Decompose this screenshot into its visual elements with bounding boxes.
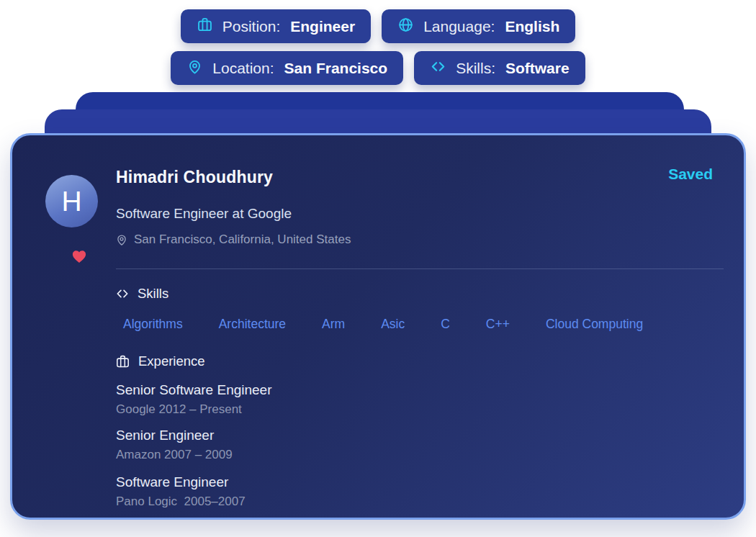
chip-label: Location: [212, 60, 274, 77]
filter-chip-language[interactable]: Language: English [382, 9, 575, 43]
chip-value: San Francisco [284, 60, 388, 77]
location-pin-icon [115, 233, 128, 246]
experience-section-header: Experience [115, 353, 205, 369]
skill-item[interactable]: Asic [381, 317, 405, 332]
chip-label: Position: [222, 18, 281, 35]
skills-list: Algorithms Architecture Arm Asic C C++ C… [123, 317, 643, 332]
briefcase-icon [197, 17, 213, 37]
experience-entry: Senior Software Engineer Google 2012 – P… [116, 382, 272, 416]
filter-chips: Position: Engineer Language: English [0, 9, 756, 85]
heart-icon[interactable] [70, 247, 89, 267]
chip-label: Skills: [456, 60, 495, 77]
profile-location: San Francisco, California, United States [134, 233, 351, 247]
code-icon [430, 58, 446, 78]
profile-card: Saved H Himadri Choudhury Software Engin… [10, 133, 746, 520]
experience-job-title: Senior Engineer [116, 427, 233, 443]
skill-item[interactable]: C [441, 317, 450, 332]
experience-job-meta: Amazon 2007 – 2009 [116, 448, 233, 461]
experience-job-meta: Pano Logic 2005–2007 [116, 495, 246, 508]
skills-section-header: Skills [115, 286, 168, 302]
chip-value: Engineer [290, 18, 355, 35]
skill-item[interactable]: Architecture [219, 317, 286, 332]
chip-value: Software [505, 60, 570, 77]
filter-chip-skills[interactable]: Skills: Software [414, 51, 585, 85]
experience-entry: Senior Engineer Amazon 2007 – 2009 [116, 427, 233, 461]
chip-row-2: Location: San Francisco Skills: Software [171, 51, 585, 85]
profile-location-row: San Francisco, California, United States [115, 233, 351, 247]
profile-headline: Software Engineer at Google [116, 206, 292, 222]
globe-icon [397, 17, 414, 37]
skill-item[interactable]: Cloud Computing [546, 317, 643, 332]
avatar-initial: H [61, 186, 81, 217]
experience-title: Experience [138, 353, 205, 369]
skill-item[interactable]: Arm [322, 317, 345, 332]
experience-job-meta: Google 2012 – Present [116, 403, 272, 416]
briefcase-icon [115, 354, 130, 369]
chip-row-1: Position: Engineer Language: English [181, 9, 576, 43]
skills-title: Skills [138, 286, 168, 302]
chip-value: English [505, 18, 559, 35]
filter-chip-position[interactable]: Position: Engineer [181, 9, 371, 43]
avatar: H [45, 175, 98, 227]
experience-entry: Software Engineer Pano Logic 2005–2007 [116, 474, 246, 508]
skill-item[interactable]: C++ [486, 317, 510, 332]
skill-item[interactable]: Algorithms [123, 317, 183, 332]
chip-label: Language: [423, 18, 495, 35]
experience-job-title: Software Engineer [116, 474, 246, 490]
experience-job-title: Senior Software Engineer [116, 382, 272, 398]
location-pin-icon [186, 58, 203, 78]
filter-chip-location[interactable]: Location: San Francisco [171, 51, 403, 85]
saved-badge[interactable]: Saved [668, 166, 713, 183]
divider [116, 268, 724, 269]
profile-name: Himadri Choudhury [116, 168, 273, 187]
page: Position: Engineer Language: English [0, 0, 756, 537]
code-icon [115, 286, 130, 301]
